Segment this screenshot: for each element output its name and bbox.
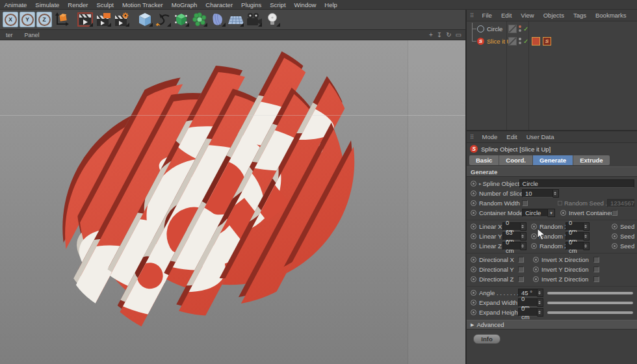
lock-y-axis-button[interactable]: Y — [20, 12, 35, 27]
number-of-slices-field[interactable]: 10 — [522, 189, 553, 198]
om-menu-edit[interactable]: Edit — [497, 12, 516, 19]
expand-width-slider[interactable] — [547, 302, 633, 304]
tab-extrude[interactable]: Extrude — [573, 155, 609, 165]
tab-basic[interactable]: Basic — [469, 155, 499, 165]
menu-help[interactable]: Help — [320, 1, 342, 8]
tab-generate[interactable]: Generate — [533, 155, 573, 165]
visibility-dots[interactable] — [519, 25, 521, 32]
param-dot-icon[interactable] — [533, 257, 539, 263]
stepper[interactable] — [538, 289, 543, 297]
enable-check-icon[interactable]: ✓ — [523, 25, 528, 32]
viewport-menu-filter[interactable]: ter — [0, 32, 19, 38]
param-dot-icon[interactable] — [471, 181, 476, 187]
panel-grid-icon[interactable]: ⠿ — [467, 12, 478, 19]
param-dot-icon[interactable] — [471, 224, 476, 229]
param-dot-icon[interactable] — [612, 233, 618, 239]
viewport-zoom-icon[interactable]: ↧ — [437, 30, 442, 40]
param-dot-icon[interactable] — [471, 200, 476, 206]
layer-swatch[interactable] — [508, 37, 517, 46]
param-dot-icon[interactable] — [471, 276, 476, 282]
invert-y-direction-checkbox[interactable] — [593, 266, 599, 272]
light-button[interactable] — [264, 12, 281, 27]
stepper[interactable] — [521, 222, 526, 231]
param-dot-icon[interactable] — [471, 300, 476, 306]
visibility-dots[interactable] — [519, 38, 521, 44]
slice-s-tag[interactable]: S — [543, 37, 551, 46]
mograph-array-button[interactable] — [191, 12, 208, 27]
param-dot-icon[interactable] — [533, 276, 539, 282]
object-name[interactable]: Circle — [487, 25, 502, 32]
expand-height-slider[interactable] — [547, 311, 633, 314]
param-dot-icon[interactable] — [471, 257, 476, 263]
param-dot-icon[interactable] — [533, 266, 539, 272]
advanced-section-toggle[interactable]: ▶ Advanced — [467, 320, 637, 330]
param-dot-icon[interactable] — [560, 210, 566, 216]
angle-slider[interactable] — [547, 292, 633, 294]
viewport-maximize-icon[interactable]: ▭ — [456, 30, 462, 40]
param-dot-icon[interactable] — [531, 224, 537, 229]
stepper[interactable] — [584, 242, 590, 250]
param-dot-icon[interactable] — [471, 290, 476, 296]
coordinate-system-button[interactable] — [53, 12, 70, 27]
expand-height-field[interactable]: 0 cm — [518, 308, 538, 317]
expand-arrow-icon[interactable]: ▸ — [479, 181, 482, 187]
directional-y-checkbox[interactable] — [518, 266, 524, 272]
param-dot-icon[interactable] — [612, 224, 618, 229]
object-row-slice-it-up[interactable]: S Slice it Up ✓ S — [467, 36, 637, 46]
deformer-button[interactable] — [209, 12, 226, 27]
menu-mograph[interactable]: MoGraph — [167, 1, 202, 8]
menu-motion-tracker[interactable]: Motion Tracker — [118, 1, 167, 8]
directional-x-checkbox[interactable] — [518, 257, 524, 263]
param-dot-icon[interactable] — [471, 266, 476, 272]
om-menu-bookmarks[interactable]: Bookmarks — [591, 12, 631, 19]
invert-container-checkbox[interactable] — [612, 210, 618, 216]
param-dot-icon[interactable] — [531, 233, 537, 239]
param-dot-icon[interactable] — [471, 190, 476, 196]
seed-x-button[interactable]: Seed — [620, 223, 634, 230]
menu-simulate[interactable]: Simulate — [31, 1, 64, 8]
menu-character[interactable]: Character — [202, 1, 237, 8]
object-row-circle[interactable]: Circle ✓ — [467, 23, 637, 34]
spline-object-field[interactable]: Circle — [519, 179, 634, 188]
random-width-checkbox[interactable] — [522, 200, 528, 206]
container-mode-dropdown[interactable]: Circle ▾ — [522, 209, 555, 217]
linear-z-field[interactable]: 0 cm — [502, 242, 521, 250]
om-menu-tags[interactable]: Tags — [569, 12, 591, 19]
camera-button[interactable] — [246, 12, 263, 27]
stepper[interactable] — [584, 232, 590, 240]
viewport-rotate-icon[interactable]: ↻ — [446, 30, 451, 40]
invert-x-direction-checkbox[interactable] — [593, 257, 599, 263]
generator-cube-button[interactable] — [173, 12, 190, 27]
menu-window[interactable]: Window — [290, 1, 320, 8]
lock-z-axis-button[interactable]: Z — [36, 12, 52, 27]
stepper[interactable] — [584, 222, 590, 231]
seed-z-button[interactable]: Seed — [620, 242, 634, 250]
am-menu-edit[interactable]: Edit — [502, 133, 521, 140]
am-menu-mode[interactable]: Mode — [478, 133, 502, 140]
panel-grid-icon[interactable]: ⠿ — [467, 134, 478, 140]
param-dot-icon[interactable] — [612, 243, 618, 249]
param-dot-icon[interactable] — [471, 243, 476, 249]
viewport-pan-icon[interactable]: + — [429, 30, 433, 40]
menu-render[interactable]: Render — [64, 1, 92, 8]
lock-x-axis-button[interactable]: X — [3, 12, 18, 27]
info-button[interactable]: Info — [473, 334, 500, 344]
render-view-button[interactable] — [77, 12, 94, 27]
material-tag[interactable] — [532, 37, 540, 46]
viewport-menu-panel[interactable]: Panel — [19, 32, 46, 38]
add-cube-button[interactable] — [136, 12, 153, 27]
seed-y-button[interactable]: Seed — [620, 233, 634, 240]
stepper[interactable] — [521, 242, 526, 250]
render-settings-button[interactable] — [113, 12, 130, 27]
param-dot-icon[interactable] — [471, 309, 476, 315]
menu-script[interactable]: Script — [266, 1, 290, 8]
om-menu-file[interactable]: File — [478, 12, 497, 19]
om-menu-view[interactable]: View — [516, 12, 538, 19]
random-z-field[interactable]: 0 cm — [566, 242, 584, 250]
section-header-generate[interactable]: Generate — [467, 166, 637, 177]
layer-swatch[interactable] — [508, 25, 517, 33]
menu-animate[interactable]: Animate — [0, 1, 31, 8]
viewport-3d[interactable] — [0, 40, 465, 364]
spline-pen-button[interactable] — [155, 12, 172, 27]
floor-button[interactable] — [228, 12, 244, 27]
